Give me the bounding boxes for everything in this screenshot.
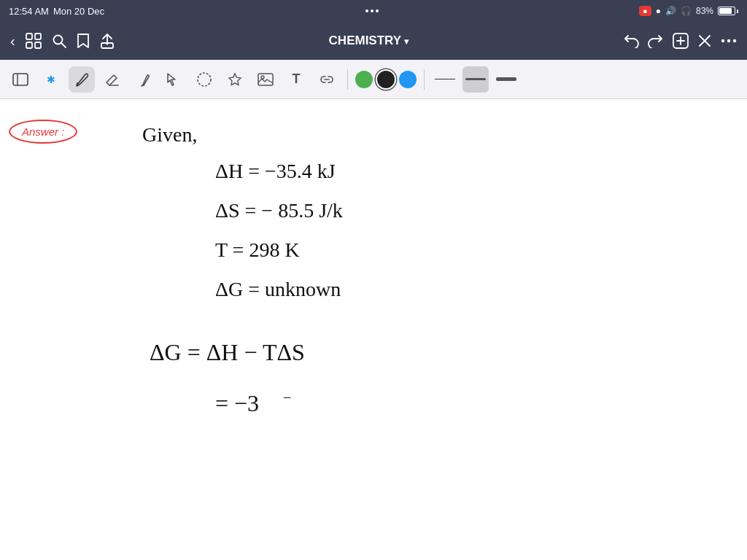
status-bar: 12:54 AM Mon 20 Dec ● ● 🔊 🎧 83% — [0, 0, 747, 22]
pencil-tool-button[interactable] — [130, 66, 156, 93]
color-blue[interactable] — [399, 71, 417, 88]
nav-right — [623, 33, 737, 49]
grid-button[interactable] — [26, 33, 42, 49]
add-button[interactable] — [673, 33, 689, 49]
stroke-thin-button[interactable] — [432, 66, 458, 93]
deltas-text: ΔS = − 85.5 J/k — [215, 199, 343, 222]
svg-point-19 — [198, 73, 211, 86]
share-button[interactable] — [100, 33, 115, 49]
svg-rect-15 — [13, 74, 28, 85]
text-tool-button[interactable]: T — [283, 66, 309, 93]
svg-point-21 — [261, 76, 264, 79]
color-green[interactable] — [355, 71, 373, 88]
svg-rect-0 — [26, 34, 32, 39]
stroke-thin-line — [435, 79, 455, 79]
sidebar-toggle-button[interactable] — [7, 66, 34, 93]
redo-button[interactable] — [648, 34, 664, 48]
document-title-button[interactable]: CHEMISTRY ▾ — [329, 34, 409, 48]
search-button[interactable] — [52, 34, 66, 48]
date-display: Mon 20 Dec — [53, 6, 104, 17]
svg-rect-3 — [35, 42, 41, 48]
canvas-area[interactable]: Answer : Given, ΔH = −35.4 kJ ΔS = − 85.… — [0, 99, 747, 560]
stroke-medium-button[interactable] — [462, 66, 489, 93]
temp-text: T = 298 K — [215, 238, 300, 261]
svg-line-5 — [61, 43, 66, 47]
status-center — [104, 9, 639, 12]
bookmark-button[interactable] — [77, 33, 90, 49]
status-left: 12:54 AM Mon 20 Dec — [9, 6, 104, 17]
svg-point-13 — [727, 39, 730, 42]
svg-point-12 — [721, 39, 724, 42]
stroke-medium-line — [465, 78, 486, 80]
bluetooth-button[interactable]: ✱ — [38, 66, 64, 93]
document-title: CHEMISTRY — [329, 34, 402, 48]
svg-rect-2 — [26, 42, 32, 48]
result-text: = −3 — [215, 390, 259, 416]
handwriting-svg: Given, ΔH = −35.4 kJ ΔS = − 85.5 J/k T =… — [0, 99, 747, 560]
separator-1 — [347, 69, 348, 90]
close-button[interactable] — [697, 34, 712, 48]
stroke-thick-line — [496, 77, 516, 81]
time-display: 12:54 AM — [9, 6, 49, 17]
signal-icon: 🔊 — [665, 6, 676, 16]
svg-point-14 — [733, 39, 736, 42]
image-tool-button[interactable] — [252, 66, 279, 93]
nav-center: CHEMISTRY ▾ — [122, 34, 616, 48]
more-button[interactable] — [721, 39, 737, 43]
svg-line-18 — [143, 85, 144, 85]
headphone-icon: 🎧 — [681, 6, 692, 16]
separator-2 — [424, 69, 425, 90]
svg-rect-20 — [258, 74, 273, 85]
nav-bar: ‹ CHEM — [0, 22, 747, 60]
selection-tool-button[interactable] — [160, 66, 187, 93]
color-black[interactable] — [377, 71, 395, 88]
superscript-text: − — [283, 389, 291, 405]
pen-tool-button[interactable] — [69, 66, 95, 93]
back-button[interactable]: ‹ — [10, 33, 15, 50]
link-tool-button[interactable] — [314, 66, 340, 93]
wifi-icon: ● — [656, 6, 661, 16]
given-text: Given, — [142, 123, 197, 146]
deltah-text: ΔH = −35.4 kJ — [215, 160, 336, 182]
record-indicator: ● — [639, 6, 651, 16]
formula-text: ΔG = ΔH − TΔS — [150, 339, 305, 365]
dot-menu — [365, 9, 379, 12]
undo-button[interactable] — [623, 34, 639, 48]
deltag-unknown-text: ΔG = unknown — [215, 278, 341, 300]
stroke-thick-button[interactable] — [493, 66, 519, 93]
chevron-down-icon: ▾ — [404, 36, 409, 47]
status-right: ● ● 🔊 🎧 83% — [639, 6, 738, 16]
shape-tool-button[interactable] — [222, 66, 248, 93]
eraser-tool-button[interactable] — [99, 66, 125, 93]
toolbar: ✱ — [0, 60, 747, 99]
battery-percent: 83% — [696, 6, 713, 16]
svg-rect-1 — [35, 34, 41, 39]
nav-left: ‹ — [10, 33, 115, 50]
battery-bar — [718, 7, 738, 15]
lasso-tool-button[interactable] — [191, 66, 217, 93]
